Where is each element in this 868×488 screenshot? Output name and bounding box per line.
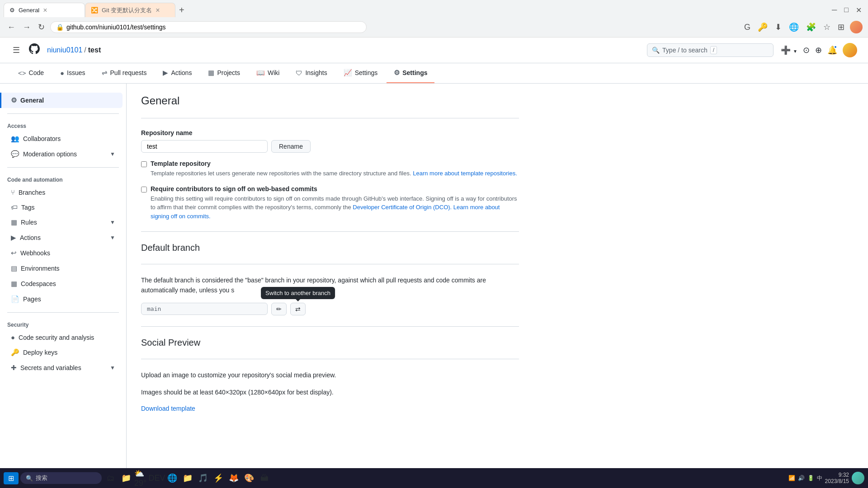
taskbar-app-folder[interactable]: 📁 bbox=[119, 471, 133, 485]
url-bar[interactable]: 🔒 github.com/niuniu0101/test/settings bbox=[50, 21, 367, 33]
breadcrumb: niuniu0101 / test bbox=[47, 46, 101, 54]
tab-pull-requests[interactable]: ⇌ Pull requests bbox=[94, 63, 154, 83]
profile-btn[interactable]: ⊞ bbox=[836, 20, 846, 34]
sign-off-content: Require contributors to sign off on web-… bbox=[151, 185, 519, 221]
key-btn[interactable]: 🔑 bbox=[756, 20, 769, 34]
page-title: General bbox=[141, 94, 519, 107]
taskbar-app-weather[interactable]: ⛅ 29° bbox=[134, 471, 149, 485]
reload-button[interactable]: ↻ bbox=[36, 20, 47, 34]
sign-off-checkbox[interactable] bbox=[141, 187, 147, 192]
user-avatar-browser[interactable] bbox=[850, 21, 863, 33]
taskbar-search[interactable]: 🔍 搜索 bbox=[20, 472, 102, 484]
sidebar-item-webhooks[interactable]: ↩ Webhooks bbox=[4, 245, 123, 261]
repo-name-section: Repository name Rename bbox=[141, 129, 519, 153]
template-repo-link[interactable]: Learn more about template repositories. bbox=[413, 170, 517, 177]
tab-close-1[interactable]: × bbox=[43, 6, 47, 14]
tab-code[interactable]: <> Code bbox=[11, 64, 51, 83]
default-branch-title: Default branch bbox=[141, 243, 519, 253]
sidebar-item-deploy-keys[interactable]: 🔑 Deploy keys bbox=[4, 345, 123, 360]
tab-actions[interactable]: ▶ Actions bbox=[156, 63, 199, 83]
switch-branch-wrapper: ⇄ Switch to another branch bbox=[290, 303, 306, 315]
sidebar-item-moderation[interactable]: 💬 Moderation options ▼ bbox=[4, 146, 123, 162]
collaborators-icon: 👥 bbox=[11, 135, 19, 143]
tab-insights[interactable]: 📈 Settings bbox=[336, 63, 385, 83]
tab-label-2: Git 变更默认分支名 bbox=[102, 6, 152, 14]
rename-button[interactable]: Rename bbox=[271, 140, 311, 153]
pull-requests-button[interactable]: ⊕ bbox=[815, 45, 822, 55]
sidebar-item-code-security[interactable]: ● Code security and analysis bbox=[4, 330, 123, 345]
sidebar-item-rules[interactable]: ▦ Rules ▼ bbox=[4, 215, 123, 230]
tab-close-2[interactable]: × bbox=[156, 6, 160, 14]
new-tab-button[interactable]: + bbox=[175, 5, 188, 15]
taskbar-app-dev[interactable]: DEV bbox=[150, 471, 164, 485]
notifications-button[interactable]: 🔔 bbox=[827, 45, 837, 55]
sidebar-item-actions[interactable]: ▶ Actions ▼ bbox=[4, 230, 123, 245]
download-btn[interactable]: ⬇ bbox=[773, 20, 783, 34]
star-btn[interactable]: ☆ bbox=[821, 20, 832, 34]
taskbar-app-photo[interactable]: 🏔 bbox=[257, 471, 272, 485]
sidebar-item-branches[interactable]: ⑂ Branches bbox=[4, 185, 123, 200]
breadcrumb-user[interactable]: niuniu0101 bbox=[47, 46, 82, 54]
repo-name-input[interactable] bbox=[141, 140, 268, 153]
user-avatar[interactable] bbox=[843, 43, 857, 57]
sidebar-item-collaborators[interactable]: 👥 Collaborators bbox=[4, 131, 123, 146]
breadcrumb-repo[interactable]: test bbox=[88, 46, 101, 54]
security-icon: 🛡 bbox=[296, 69, 302, 77]
switch-branch-button[interactable]: ⇄ bbox=[290, 303, 306, 315]
taskbar-app-ext1[interactable]: ⚡ bbox=[211, 471, 226, 485]
back-button[interactable]: ← bbox=[5, 21, 17, 34]
code-section-label: Code and automation bbox=[0, 173, 126, 185]
size-desc: Images should be at least 640×320px (128… bbox=[141, 387, 519, 397]
taskbar-search-label: 搜索 bbox=[36, 474, 47, 482]
tab-issues[interactable]: ● Issues bbox=[53, 64, 93, 83]
issues-icon: ● bbox=[60, 69, 64, 77]
taskbar-app-edge[interactable]: 🌐 bbox=[165, 471, 179, 485]
tab-wiki[interactable]: 📖 Wiki bbox=[249, 63, 287, 83]
taskbar-app-chrome[interactable]: 🦊 bbox=[226, 471, 241, 485]
sidebar-item-environments[interactable]: ▤ Environments bbox=[4, 261, 123, 276]
sidebar: ⚙ General Access 👥 Collaborators 💬 Moder… bbox=[0, 84, 127, 488]
url-input[interactable]: github.com/niuniu0101/test/settings bbox=[66, 23, 361, 31]
taskbar-app-files[interactable]: 🗂 bbox=[104, 471, 118, 485]
taskbar-app-ext2[interactable]: 🎨 bbox=[242, 471, 256, 485]
sidebar-item-general[interactable]: ⚙ General bbox=[0, 93, 123, 108]
taskbar-app-music[interactable]: 🎵 bbox=[196, 471, 210, 485]
translate-btn[interactable]: 🌐 bbox=[787, 20, 801, 34]
branch-input[interactable] bbox=[141, 303, 268, 315]
forward-button[interactable]: → bbox=[21, 21, 33, 34]
sidebar-item-pages[interactable]: 📄 Pages bbox=[4, 291, 123, 307]
general-icon: ⚙ bbox=[11, 96, 17, 104]
hamburger-menu[interactable]: ☰ bbox=[11, 43, 22, 57]
download-template-link[interactable]: Download template bbox=[141, 405, 195, 412]
start-button[interactable]: ⊞ bbox=[4, 472, 19, 484]
tab-bar: ⚙ General × 🔀 Git 变更默认分支名 × + ─ □ ✕ bbox=[0, 0, 868, 17]
sidebar-item-codespaces[interactable]: ▦ Codespaces bbox=[4, 276, 123, 291]
restore-button[interactable]: □ bbox=[841, 6, 851, 14]
dco-link[interactable]: Developer Certificate of Origin (DCO). bbox=[353, 204, 452, 211]
add-button[interactable]: ➕ ▼ bbox=[781, 45, 797, 55]
social-preview-section: Social Preview Upload an image to custom… bbox=[141, 338, 519, 412]
taskbar-network: 📶 bbox=[788, 475, 795, 481]
section-divider-3 bbox=[141, 326, 519, 327]
actions-arrow: ▼ bbox=[110, 235, 115, 241]
taskbar-app-explorer[interactable]: 📁 bbox=[180, 471, 195, 485]
edit-branch-button[interactable]: ✏ bbox=[271, 303, 287, 315]
tab-general[interactable]: ⚙ General × bbox=[4, 3, 85, 17]
tab-settings[interactable]: ⚙ Settings bbox=[387, 63, 434, 83]
tab-projects[interactable]: ▦ Projects bbox=[201, 63, 247, 83]
tab-security[interactable]: 🛡 Insights bbox=[288, 64, 334, 83]
sidebar-item-tags[interactable]: 🏷 Tags bbox=[4, 200, 123, 215]
template-repo-checkbox[interactable] bbox=[141, 161, 147, 167]
sidebar-divider-3 bbox=[7, 312, 119, 313]
sign-off-label: Require contributors to sign off on web-… bbox=[151, 185, 519, 192]
tab-git[interactable]: 🔀 Git 变更默认分支名 × bbox=[85, 3, 175, 17]
minimize-button[interactable]: ─ bbox=[829, 6, 840, 14]
search-bar[interactable]: 🔍 Type / to search / bbox=[647, 43, 774, 57]
switch-branch-tooltip: Switch to another branch bbox=[261, 287, 335, 299]
close-button[interactable]: ✕ bbox=[853, 6, 864, 14]
environments-icon: ▤ bbox=[11, 264, 17, 272]
issues-button[interactable]: ⊙ bbox=[803, 45, 810, 55]
ext-btn[interactable]: 🧩 bbox=[804, 20, 818, 34]
google-btn[interactable]: G bbox=[742, 21, 752, 34]
sidebar-item-secrets[interactable]: ✚ Secrets and variables ▼ bbox=[4, 360, 123, 375]
